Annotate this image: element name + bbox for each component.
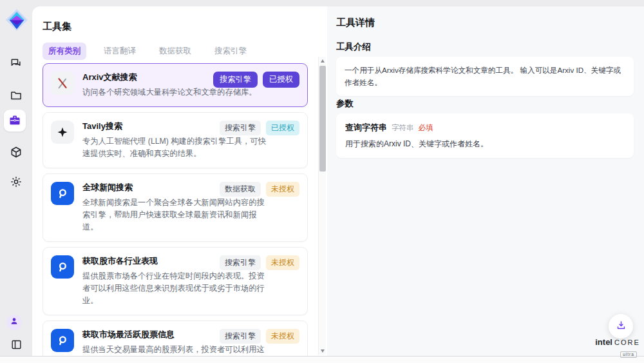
- scroll-up-icon[interactable]: [319, 57, 327, 64]
- news-search-icon: [51, 255, 74, 279]
- tab-translation[interactable]: 语言翻译: [98, 43, 142, 60]
- auth-status-badge: 未授权: [266, 255, 299, 270]
- intel-core-logo: intel CORE ultra: [597, 337, 638, 358]
- download-icon: [616, 320, 627, 333]
- tool-card-desc: 全球新闻搜索是一个聚合全球各大新闻网站内容的搜索引擎，帮助用户快速获取全球最新资…: [82, 197, 270, 233]
- details-title: 工具详情: [336, 17, 375, 29]
- tool-card-most-active-stocks[interactable]: 获取市场最活跃股票信息 提供当天交易量最高的股票列表，投资者可以利用这些信息来识…: [43, 320, 308, 356]
- tab-search-engine[interactable]: 搜索引擎: [209, 43, 252, 60]
- ultra-badge: ultra: [620, 351, 637, 358]
- cube-icon: [10, 146, 23, 159]
- intel-wordmark: intel: [595, 337, 612, 347]
- folder-icon: [10, 89, 23, 102]
- tool-card-desc: 提供股票市场各个行业在特定时间段内的表现。投资者可以利用这些信息来识别表现优于或…: [82, 270, 270, 307]
- sidebar-item-chat[interactable]: [7, 54, 25, 72]
- param-card: 查询字符串 字符串 必填 用于搜索的Arxiv ID、关键字或作者姓名。: [336, 113, 634, 158]
- user-avatar[interactable]: [6, 315, 22, 330]
- tab-data-fetch[interactable]: 数据获取: [153, 43, 197, 60]
- window-bottom-strip: [0, 357, 644, 363]
- tool-details-panel: 工具详情 工具介绍 一个用于从Arxiv存储库搜索科学论文和文章的工具。 输入可…: [327, 6, 644, 356]
- param-desc: 用于搜索的Arxiv ID、关键字或作者姓名。: [345, 139, 625, 150]
- sidebar: [0, 0, 32, 356]
- arxiv-icon: [51, 72, 74, 95]
- scrollbar-thumb[interactable]: [319, 66, 326, 172]
- page-title: 工具集: [43, 21, 71, 33]
- tool-card-arxiv[interactable]: Arxiv文献搜索 访问各个研究领域大量科学论文和文章的存储库。 搜索引擎 已授…: [43, 63, 308, 107]
- tool-card-sector-performance[interactable]: 获取股市各行业表现 提供股票市场各个行业在特定时间段内的表现。投资者可以利用这些…: [43, 247, 308, 315]
- app-window: 工具集 所有类别 语言翻译 数据获取 搜索引擎 Arxiv文献搜索 访问各个研究…: [0, 0, 644, 363]
- tool-card-desc: 访问各个研究领域大量科学论文和文章的存储库。: [82, 86, 270, 99]
- gear-icon: [10, 175, 23, 188]
- core-wordmark: CORE: [614, 338, 640, 346]
- intro-text: 一个用于从Arxiv存储库搜索科学论文和文章的工具。 输入可以是Arxiv ID…: [345, 64, 625, 88]
- category-badge: 搜索引擎: [220, 121, 261, 135]
- tool-card-tavily[interactable]: Tavily搜索 专为人工智能代理 (LLM) 构建的搜索引擎工具，可快速提供实…: [43, 112, 308, 168]
- auth-status-badge: 未授权: [266, 329, 299, 344]
- download-button[interactable]: [609, 314, 633, 338]
- param-name: 查询字符串: [345, 122, 387, 133]
- category-button[interactable]: 搜索引擎: [213, 72, 258, 88]
- sidebar-item-tools[interactable]: [4, 110, 26, 132]
- sidebar-item-files[interactable]: [7, 86, 25, 104]
- param-required-flag: 必填: [419, 123, 433, 133]
- sparkle-icon: [51, 121, 74, 144]
- layout-panel-icon: [10, 338, 23, 351]
- chat-icon: [10, 57, 23, 70]
- category-badge: 搜索引擎: [220, 329, 261, 344]
- news-search-icon: [51, 329, 74, 352]
- tool-list: Arxiv文献搜索 访问各个研究领域大量科学论文和文章的存储库。 搜索引擎 已授…: [43, 63, 308, 356]
- briefcase-icon: [8, 114, 21, 127]
- auth-status-badge: 未授权: [266, 182, 299, 197]
- list-scrollbar[interactable]: [318, 57, 326, 355]
- intro-heading: 工具介绍: [336, 41, 371, 53]
- tool-card-global-news[interactable]: 全球新闻搜索 全球新闻搜索是一个聚合全球各大新闻网站内容的搜索引擎，帮助用户快速…: [43, 173, 308, 242]
- sidebar-item-packages[interactable]: [7, 143, 25, 161]
- tool-card-desc: 提供当天交易量最高的股票列表，投资者可以利用这些信息来识别流动性强的股票和潜在的…: [82, 344, 270, 356]
- category-badge: 数据获取: [220, 182, 261, 197]
- auth-status-badge: 已授权: [266, 121, 299, 135]
- params-heading: 参数: [336, 98, 354, 110]
- person-icon: [10, 317, 19, 328]
- category-tabs: 所有类别 语言翻译 数据获取 搜索引擎: [43, 43, 252, 60]
- tools-panel: 工具集 所有类别 语言翻译 数据获取 搜索引擎 Arxiv文献搜索 访问各个研究…: [32, 6, 327, 356]
- scroll-down-icon[interactable]: [319, 347, 327, 355]
- tab-all-categories[interactable]: 所有类别: [43, 43, 86, 60]
- param-type: 字符串: [392, 123, 414, 133]
- app-logo-icon: [5, 8, 29, 32]
- category-badge: 搜索引擎: [220, 255, 261, 270]
- authorized-button[interactable]: 已授权: [263, 72, 299, 88]
- intro-card: 一个用于从Arxiv存储库搜索科学论文和文章的工具。 输入可以是Arxiv ID…: [336, 57, 634, 96]
- sidebar-item-layout[interactable]: [7, 335, 25, 353]
- news-search-icon: [51, 182, 74, 205]
- sidebar-item-settings[interactable]: [7, 173, 25, 191]
- tool-card-desc: 专为人工智能代理 (LLM) 构建的搜索引擎工具，可快速提供实时、准确和真实的结…: [82, 135, 270, 160]
